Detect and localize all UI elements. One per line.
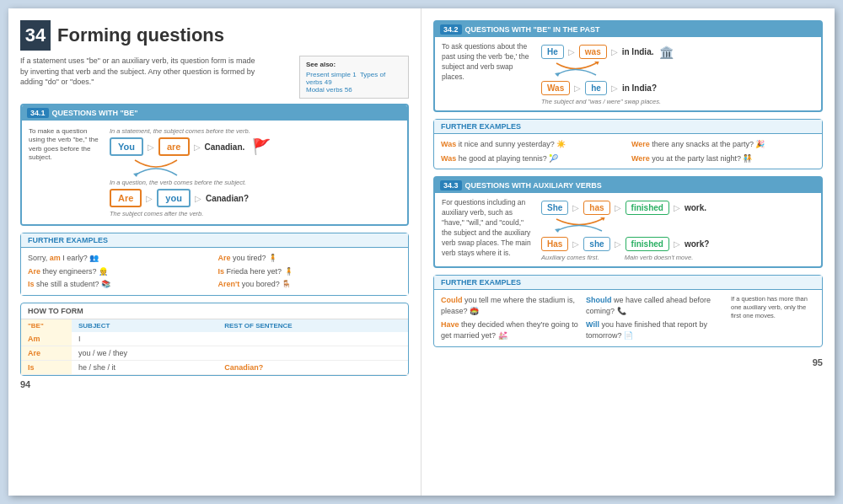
- how-to-form-box: HOW TO FORM "BE" SUBJECT REST OF SENTENC…: [20, 303, 409, 376]
- annotation-question-verb: In a question, the verb comes before the…: [110, 179, 400, 186]
- section-342-content: To ask questions about the past using th…: [435, 37, 821, 110]
- section-341-desc: To make a question using the verb "be," …: [29, 127, 105, 163]
- see-also-title: See also:: [306, 61, 402, 68]
- 342-q-he: he: [585, 81, 607, 95]
- intro-area: If a statement uses "be" or an auxiliary…: [20, 56, 409, 99]
- 343-finished-stmt: finished: [626, 201, 669, 215]
- section-341-title: QUESTIONS WITH "BE": [52, 109, 138, 117]
- intro-text: If a statement uses "be" or an auxiliary…: [20, 56, 256, 88]
- 343-ex-2: Should we have called ahead before comin…: [586, 295, 724, 316]
- building-icon: 🏛️: [659, 46, 674, 59]
- see-also-item-1: Present simple 1 Types of verbs 49: [306, 71, 402, 86]
- form-table: "BE" SUBJECT REST OF SENTENCE Am I Are y…: [21, 319, 408, 375]
- 343-q-row: Has ▷ she ▷ finished ▷ work?: [541, 237, 814, 251]
- rest-1: [217, 332, 408, 346]
- see-also-item-2: Modal verbs 56: [306, 86, 402, 94]
- further-341-content: Sorry, am I early? 👥 Are you tired? 🧍 Ar…: [21, 248, 408, 295]
- right-page-number: 95: [813, 357, 823, 367]
- section-342-number: 34.2: [440, 24, 462, 35]
- annotation-after: The subject comes after the verb.: [110, 210, 400, 217]
- rest-3: Canadian?: [217, 360, 408, 374]
- q-verb-box: Are: [110, 189, 142, 207]
- be-am: Am: [21, 332, 72, 346]
- be-is: Is: [21, 360, 72, 374]
- 343-q-she: she: [583, 237, 609, 251]
- q-rest: Canadian?: [206, 194, 249, 203]
- rest-2: [217, 346, 408, 360]
- 342-stmt-row: He ▷ was ▷ in India. 🏛️: [541, 45, 814, 59]
- example-1: Sorry, am I early? 👥: [28, 253, 212, 264]
- 343-has: has: [583, 201, 609, 215]
- 343-ex-1: Could you tell me where the stadium is, …: [441, 295, 579, 316]
- arr2: ▷: [194, 142, 201, 152]
- section-343-box: 34.3 QUESTIONS WITH AUXILIARY VERBS For …: [433, 176, 823, 268]
- svg-marker-0: [133, 173, 138, 177]
- example-3: Are they engineers? 👷: [28, 266, 212, 277]
- svg-marker-1: [555, 72, 560, 77]
- 343-she: She: [541, 201, 568, 215]
- example-6: Aren't you bored? 🪑: [218, 279, 402, 290]
- person-flag-icon: 🚩: [252, 137, 271, 156]
- section-341-number: 34.1: [27, 108, 49, 118]
- be-are: Are: [21, 346, 72, 360]
- statement-diagram: You ▷ are ▷ Canadian. 🚩: [110, 137, 400, 156]
- 342-desc: To ask questions about the past using th…: [442, 42, 534, 83]
- 343-layout: For questions including an auxiliary ver…: [442, 198, 814, 261]
- section-342-box: 34.2 QUESTIONS WITH "BE" IN THE PAST To …: [433, 20, 823, 112]
- example-2: Are you tired? 🧍: [218, 253, 402, 264]
- subj-he: he / she / it: [72, 360, 217, 374]
- col-be: "BE": [21, 319, 72, 332]
- left-page-number: 94: [20, 379, 409, 389]
- 342-layout: To ask questions about the past using th…: [442, 42, 814, 105]
- further-342-content: Was it nice and sunny yesterday? ☀️ Were…: [434, 134, 822, 169]
- section-341-header: 34.1 QUESTIONS WITH "BE": [22, 105, 407, 121]
- stmt-subject-box: You: [110, 137, 143, 156]
- subj-you: you / we / they: [72, 346, 217, 360]
- section-343-title: QUESTIONS WITH AUXILIARY VERBS: [465, 181, 602, 190]
- section-343-number: 34.3: [440, 180, 462, 190]
- 343-ann-verb: Main verb doesn't move.: [625, 254, 693, 261]
- 342-swap: [550, 62, 814, 78]
- 343-q-has: Has: [541, 237, 568, 251]
- 343-diagram: She ▷ has ▷ finished ▷ work.: [541, 198, 814, 261]
- 343-ex-3: Have they decided when they're going to …: [441, 319, 579, 340]
- 342-annotation: The subject and "was / were" swap places…: [541, 98, 814, 105]
- right-page: 34.2 QUESTIONS WITH "BE" IN THE PAST To …: [422, 8, 835, 496]
- further-342-header: FURTHER EXAMPLES: [434, 120, 822, 134]
- col-rest: REST OF SENTENCE: [217, 319, 408, 332]
- arr3: ▷: [146, 194, 153, 203]
- 343-desc: For questions including an auxiliary ver…: [442, 198, 534, 258]
- 343-work-q: work?: [685, 239, 709, 249]
- further-343-box: FURTHER EXAMPLES Could you tell me where…: [433, 275, 823, 346]
- page-title-area: 34 Forming questions: [20, 20, 409, 51]
- right-page-number-area: 95: [433, 354, 823, 367]
- 343-swap-svg: [550, 217, 617, 233]
- 342-q-rest: in India?: [622, 83, 657, 93]
- example-5: Is she still a student? 📚: [28, 279, 212, 290]
- 342-ex-1: Was it nice and sunny yesterday? ☀️: [441, 139, 625, 150]
- swap-svg: [126, 158, 194, 177]
- 343-annotations: Auxiliary comes first. Main verb doesn't…: [541, 254, 814, 261]
- 342-stmt-rest: in India.: [622, 47, 654, 56]
- how-to-form-header: HOW TO FORM: [21, 303, 408, 319]
- arr4: ▷: [195, 194, 201, 203]
- annotation-statement: In a statement, the subject comes before…: [110, 127, 400, 135]
- 342-swap-svg: [550, 62, 609, 77]
- further-343-header: FURTHER EXAMPLES: [434, 276, 822, 290]
- question-diagram: Are ▷ you ▷ Canadian?: [110, 189, 400, 207]
- subj-i: I: [72, 332, 217, 346]
- arr1: ▷: [148, 142, 154, 152]
- col-subject: SUBJECT: [72, 319, 217, 332]
- chapter-title: Forming questions: [57, 24, 224, 46]
- 342-q-was: Was: [541, 81, 570, 95]
- form-row-2: Are you / we / they: [21, 346, 408, 360]
- svg-marker-3: [555, 228, 560, 233]
- 342-ex-3: Was he good at playing tennis? 🎾: [441, 153, 625, 164]
- section-341-box: 34.1 QUESTIONS WITH "BE" To make a quest…: [20, 104, 409, 226]
- 343-further-note: If a question has more than one auxiliar…: [731, 295, 815, 340]
- 343-stmt-row: She ▷ has ▷ finished ▷ work.: [541, 201, 814, 215]
- 343-swap: [550, 217, 814, 234]
- 343-ann-aux: Auxiliary comes first.: [541, 254, 599, 261]
- section-343-content: For questions including an auxiliary ver…: [435, 193, 821, 266]
- 342-q-row: Was ▷ he ▷ in India?: [541, 81, 814, 95]
